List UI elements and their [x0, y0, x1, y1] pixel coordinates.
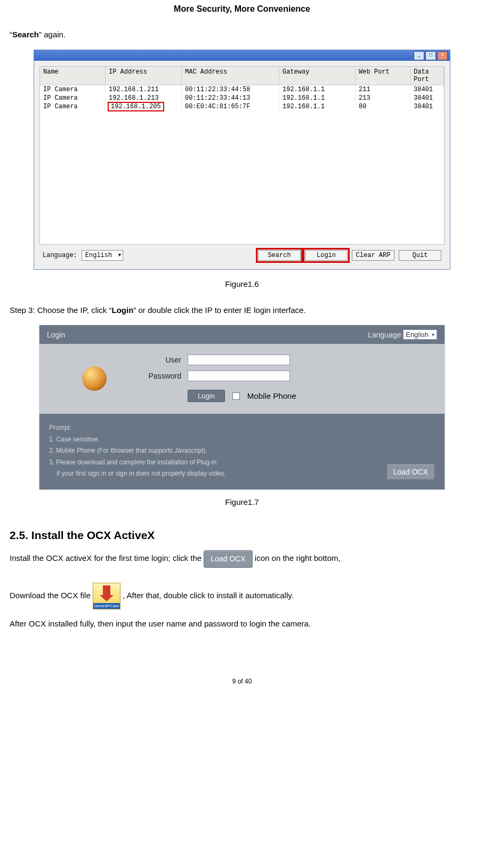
download-file-label: DvmHIPCam [93, 603, 120, 609]
prompt-4: if your first sign in or sign in does no… [49, 468, 386, 480]
table-header: Name IP Address MAC Address Gateway Web … [40, 67, 444, 85]
cell-gw: 192.168.1.1 [279, 102, 356, 111]
login-submit-button[interactable]: Login [188, 390, 225, 402]
cell-web: 211 [356, 85, 410, 94]
page-footer: 9 of 40 [10, 678, 474, 685]
col-ip: IP Address [106, 67, 182, 85]
language-label: Language [368, 331, 401, 339]
table-row[interactable]: IP Camera 192.168.1.205 00:E0:4C:81:65:7… [40, 102, 444, 111]
cell-ip: 192.168.1.205 [106, 102, 182, 111]
password-input[interactable] [188, 371, 290, 381]
col-webport: Web Port [356, 67, 410, 85]
cell-mac: 00:E0:4C:81:65:7F [182, 102, 279, 111]
highlighted-ip: 192.168.1.205 [108, 102, 164, 111]
chevron-down-icon: ▾ [432, 332, 434, 337]
l2a: Download the OCX file [10, 591, 93, 600]
user-input[interactable] [188, 355, 290, 365]
clear-arp-button[interactable]: Clear ARP [352, 250, 394, 261]
quit-button[interactable]: Quit [399, 250, 441, 261]
login-button[interactable]: Login [305, 250, 348, 261]
col-gateway: Gateway [279, 67, 356, 85]
figure17-caption: Figure1.7 [10, 497, 474, 507]
cell-name: IP Camera [40, 102, 106, 111]
cell-mac: 00:11:22:33:44:13 [182, 94, 279, 102]
section-heading: 2.5. Install the OCX ActiveX [10, 529, 474, 542]
cell-web: 80 [356, 102, 410, 111]
minimize-icon[interactable]: _ [414, 51, 424, 60]
search-tool-window: _ □ × Name IP Address MAC Address Gatewa… [34, 50, 450, 270]
language-dropdown[interactable]: English ▾ [403, 329, 437, 340]
step3-bold: Login [112, 306, 134, 315]
l1b: icon on the right bottom, [255, 553, 341, 562]
table-empty-area [40, 111, 444, 244]
install-line3: After OCX installed fully, then input th… [10, 618, 474, 630]
cell-ip: 192.168.1.213 [106, 94, 182, 102]
cell-ip: 192.168.1.211 [106, 85, 182, 94]
prompt-1: 1. Case sensitive. [49, 434, 386, 446]
intro-line: “Search” again. [10, 29, 474, 41]
table-row[interactable]: IP Camera 192.168.1.211 00:11:22:33:44:5… [40, 85, 444, 94]
login-header: Login Language English ▾ [39, 325, 445, 344]
language-select[interactable]: English [82, 250, 123, 261]
col-mac: MAC Address [182, 67, 279, 85]
load-ocx-button[interactable]: Load OCX [386, 464, 435, 480]
close-icon[interactable]: × [437, 51, 448, 60]
col-dataport: Data Port [410, 67, 444, 85]
maximize-icon[interactable]: □ [425, 51, 436, 60]
cell-data: 38401 [410, 94, 444, 102]
table-row[interactable]: IP Camera 192.168.1.213 00:11:22:33:44:1… [40, 94, 444, 102]
figure16-caption: Figure1.6 [10, 279, 474, 288]
cell-data: 38401 [410, 102, 444, 111]
mobile-label: Mobile Phone [247, 391, 296, 400]
prompt-3: 3. Please download and complete the inst… [49, 457, 386, 469]
download-file-icon: DvmHIPCam [93, 583, 120, 609]
cell-gw: 192.168.1.1 [279, 85, 356, 94]
step3-pre: Step 3: Choose the IP, click “ [10, 306, 112, 315]
avatar-icon [82, 366, 107, 391]
install-line2: Download the OCX file DvmHIPCam , After … [10, 583, 474, 609]
intro-bold: Search [12, 30, 39, 39]
cell-data: 38401 [410, 85, 444, 94]
language-label: Language: [43, 252, 77, 259]
col-name: Name [40, 67, 106, 85]
step3-line: Step 3: Choose the IP, click “Login” or … [10, 304, 474, 317]
l1a: Install the OCX activeX for the first ti… [10, 553, 204, 562]
cell-name: IP Camera [40, 85, 106, 94]
password-label: Password [139, 372, 181, 380]
cell-name: IP Camera [40, 94, 106, 102]
search-button[interactable]: Search [258, 250, 301, 261]
device-table: Name IP Address MAC Address Gateway Web … [39, 66, 445, 245]
login-title: Login [47, 331, 65, 339]
l2b: , After that, double click to install it… [123, 591, 294, 600]
mobile-checkbox[interactable] [232, 392, 240, 400]
language-value: English [406, 331, 429, 339]
prompt-2: 2. Mobile Phone (For Browser that suppor… [49, 445, 386, 457]
user-label: User [139, 356, 181, 364]
login-panel: Login Language English ▾ User Password [39, 325, 445, 490]
cell-mac: 00:11:22:33:44:58 [182, 85, 279, 94]
prompt-title: Prompt: [49, 422, 386, 434]
page-header: More Security, More Convenience [10, 0, 474, 25]
install-line1: Install the OCX activeX for the first ti… [10, 550, 474, 568]
cell-gw: 192.168.1.1 [279, 94, 356, 102]
inline-load-ocx-icon: Load OCX [204, 550, 252, 568]
window-titlebar: _ □ × [34, 50, 450, 61]
step3-post: ” or double click the IP to enter IE log… [133, 306, 305, 315]
cell-web: 213 [356, 94, 410, 102]
intro-suffix: ” again. [39, 30, 66, 39]
